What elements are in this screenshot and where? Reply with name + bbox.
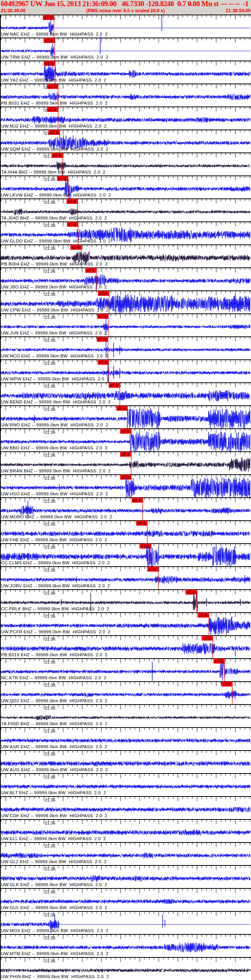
minute-tick-label: 21:36 [45, 292, 55, 297]
seismogram-waveform[interactable] [1, 899, 250, 904]
axis-ticks [1, 659, 250, 663]
seismogram-waveform[interactable] [1, 829, 250, 836]
trace-panel-pb-b031-ehz: 21:36xT 4PB.B031 EHZ -- 99999.0km BW HIG… [0, 84, 251, 107]
phase-pick-flag-label: xT 4 [48, 107, 56, 112]
trace-label: UW.ASR EHZ -- 99999.0km BW HIGHPASS 2.0 … [1, 744, 108, 749]
phase-pick-flag-label: xT 4 [199, 613, 207, 618]
trace-label: UW.LKVW EHZ -- 99999.0km BW HIGHPASS 2.0… [1, 193, 111, 197]
trace-panel-uw-cdf-ehz: 21:36UW.CDF EHZ -- 99999.0km BW HIGHPASS… [0, 796, 251, 818]
plot-left-frame [0, 15, 1, 980]
trace-label: TA.F05D BHZ -- 99999.0km BW HIGHPASS 2.0… [1, 721, 108, 726]
seismogram-waveform[interactable] [1, 208, 250, 216]
seismogram-waveform[interactable] [1, 530, 250, 537]
seismogram-waveform[interactable] [1, 506, 250, 515]
seismogram-waveform[interactable] [1, 715, 250, 720]
axis-ticks [1, 337, 250, 341]
phase-pick-flag-label: xT 4 [68, 199, 75, 204]
minute-tick-label: 21:36 [45, 545, 55, 549]
seismogram-waveform[interactable] [1, 942, 250, 952]
time-axis [0, 750, 251, 751]
seismogram-waveform[interactable] [1, 576, 250, 584]
seismogram-waveform[interactable] [1, 161, 250, 170]
trace-label: PB.B004 EHZ -- 99999.0km BW HIGHPASS 2.0… [1, 262, 108, 266]
axis-ticks [1, 751, 250, 755]
time-axis [0, 336, 251, 337]
seismogram-waveform[interactable] [1, 761, 250, 766]
time-axis [0, 819, 251, 820]
trace-panel-pb-b004-ehz: 21:36xT 4PB.B004 EHZ -- 99999.0km BW HIG… [0, 244, 251, 267]
axis-ticks [1, 590, 250, 594]
trace-panel-uw-wpw-ehz: 21:36xT 4UW.WPW EHZ -- 99999.0km BW HIGH… [0, 359, 251, 383]
minute-tick-label: 21:36 [45, 729, 55, 733]
minute-tick-label: 21:36 [45, 453, 55, 457]
trace-panel-uw-ya2-ehz: 21:36xT 4UW.YA2 EHZ -- 99999.0km BW HIGH… [0, 61, 251, 84]
time-axis [0, 865, 251, 866]
phase-pick-flag-label: xT 4 [72, 245, 79, 250]
phase-pick-flag-label: xT 4 [121, 452, 129, 457]
time-axis [0, 107, 251, 107]
event-summary-line: 60492967 UW Jan 15, 2013 21:36:09.00 46.… [1, 0, 251, 8]
minute-tick-label: 21:36 [45, 913, 55, 917]
trace-label: UW.WPW EHZ -- 99999.0km BW HIGHPASS 2.0 … [1, 377, 109, 381]
waveform-trace-area[interactable]: 21:36xT 4UW.NAC EHZ -- 99999.0km BW HIGH… [0, 15, 251, 980]
window-end-time: 21:36:54.00 [226, 8, 251, 13]
time-axis [0, 152, 251, 153]
minute-tick-label: 21:36 [45, 637, 55, 641]
seismogram-waveform[interactable] [1, 46, 250, 56]
trace-panel-uw-rno-ehz: 21:36xT 4UW.RNO EHZ -- 99999.0km BW HIGH… [0, 405, 251, 429]
seismogram-waveform[interactable] [1, 875, 250, 882]
phase-pick-flag-label: xT 4 [45, 38, 52, 43]
time-axis [0, 796, 251, 797]
minute-tick-label: 21:36 [45, 476, 55, 480]
seismogram-waveform[interactable] [1, 116, 250, 124]
seismogram-waveform[interactable] [1, 739, 250, 742]
time-axis [0, 543, 251, 544]
phase-pick-flag-label: xT 4 [187, 590, 194, 595]
trace-label: UW.GUL EHZ -- 99999.0km BW HIGHPASS 2.0 … [1, 905, 107, 910]
seismogram-waveform[interactable] [1, 93, 250, 101]
trace-panel-uw-phin-bhz: 21:36UW.PHIN BHZ -- 99999.0km BW HIGHPAS… [0, 957, 251, 979]
axis-ticks [1, 820, 250, 824]
trace-label: UW.BLT EHZ -- 99999.0km BW HIGHPASS 2.0 … [1, 790, 106, 795]
seismogram-waveform[interactable] [1, 785, 250, 788]
trace-label: UW.MORO EHZ -- 99999.0km BW HIGHPASS 2.0… [1, 515, 112, 519]
minute-tick-label: 21:36 [45, 821, 55, 825]
trace-label: UW.HSO EHZ -- 99999.0km BW HIGHPASS 2.0 … [1, 492, 108, 496]
phase-pick-flag-label: xT 4 [110, 383, 117, 388]
seismogram-waveform[interactable] [1, 852, 250, 858]
trace-panel-uw-sqm-ehz: 21:36xT 4UW.SQM EHZ -- 99999.0km BW HIGH… [0, 129, 251, 152]
time-axis [0, 244, 251, 245]
axis-ticks [1, 84, 250, 88]
seismogram-waveform[interactable] [1, 347, 250, 352]
trace-label: UW.RNO EHZ -- 99999.0km BW HIGHPASS 2.0 … [1, 423, 108, 427]
seismogram-waveform[interactable] [1, 323, 250, 331]
minute-tick-label: 21:36 [45, 867, 55, 871]
trace-label: UW.MOX EHZ -- 99999.0km BW HIGHPASS 2.0 … [1, 928, 108, 933]
seismogram-waveform[interactable] [1, 969, 250, 972]
trace-panel-uw-gul-ehz: 21:36UW.GUL EHZ -- 99999.0km BW HIGHPASS… [0, 888, 251, 910]
minute-tick-label: 21:36 [45, 430, 55, 434]
seismogram-waveform[interactable] [1, 370, 250, 375]
axis-ticks [1, 866, 250, 870]
trace-label: UW.NCO EHZ -- 99999.0km BW HIGHPASS 2.0 … [1, 354, 108, 358]
time-axis [0, 635, 251, 636]
minute-tick-label: 21:36 [45, 361, 55, 365]
trace-label: UW.SQM EHZ -- 99999.0km BW HIGHPASS 2.0 … [1, 147, 108, 151]
trace-panel-uw-mj2-ehz: 21:36xT 4UW.MJ2 EHZ -- 99999.0km BW HIGH… [0, 107, 251, 129]
seismogram-waveform[interactable] [1, 807, 250, 812]
trace-panel-uw-hso-ehz: 21:36xT 4UW.HSO EHZ -- 99999.0km BW HIGH… [0, 474, 251, 498]
minute-tick-label: 21:36 [45, 246, 55, 251]
axis-ticks [1, 935, 250, 939]
trace-panel-uw-aug-ehz: 21:36UW.AUG EHZ -- 99999.0km BW HIGHPASS… [0, 750, 251, 772]
minute-tick-label: 21:36 [45, 568, 55, 572]
seismogram-waveform[interactable] [1, 690, 250, 699]
trace-panel-cc-clms-ehz: 21:36xT 4CC.CLMS EHZ -- 99999.0km BW HIG… [0, 543, 251, 567]
axis-ticks [1, 107, 250, 111]
phase-pick-flag-label: xT 4 [50, 130, 57, 135]
axis-ticks [1, 889, 250, 893]
trace-panel-uw-glk-ehz: 21:36UW.GLK EHZ -- 99999.0km BW HIGHPASS… [0, 865, 251, 887]
trace-label: TA.I04A BHZ -- 99999.0km BW HIGHPASS 2.0… [1, 170, 106, 174]
axis-ticks [1, 314, 250, 318]
seismogram-waveform[interactable] [1, 274, 250, 285]
trace-panel-cc-prlk-bhz: 21:36xT 4CC.PRLK BHZ -- 99999.0km BW HIG… [0, 589, 251, 612]
